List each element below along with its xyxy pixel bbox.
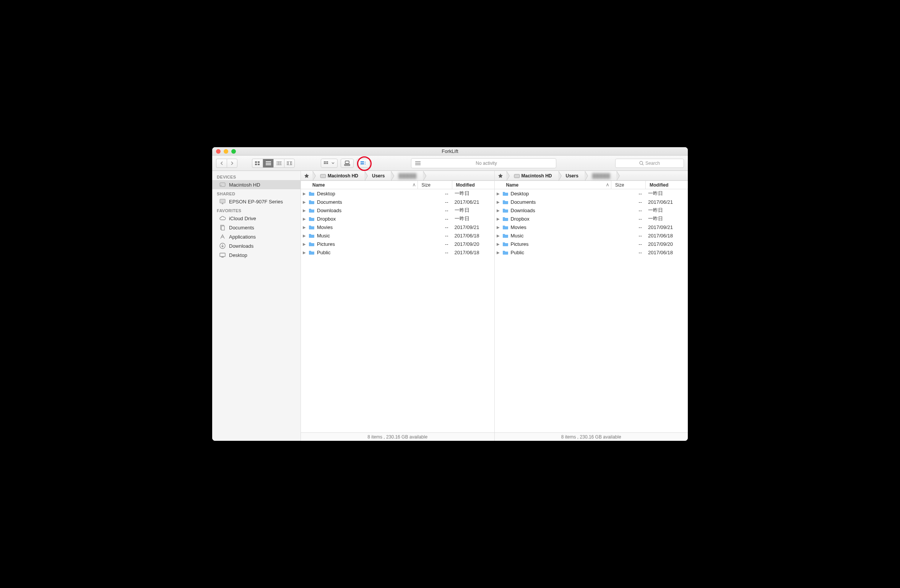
file-row[interactable]: ▶Desktop--一昨日	[301, 189, 494, 198]
disclosure-triangle-icon[interactable]: ▶	[301, 208, 308, 213]
disclosure-triangle-icon[interactable]: ▶	[495, 242, 502, 246]
svg-rect-14	[325, 161, 327, 162]
col-modified[interactable]: Modified	[646, 181, 688, 189]
file-row[interactable]: ▶Documents--2017/06/21	[301, 198, 494, 206]
file-pane: Macintosh HDUsers█████NameᐱSizeModified▶…	[495, 171, 688, 441]
col-size[interactable]: Size	[611, 181, 646, 189]
file-row[interactable]: ▶Movies--2017/09/21	[495, 223, 688, 231]
sidebar-item[interactable]: EPSON EP-907F Series	[212, 197, 301, 206]
forward-button[interactable]	[227, 159, 237, 168]
file-name: Pictures	[509, 241, 612, 247]
disclosure-triangle-icon[interactable]: ▶	[301, 250, 308, 255]
chevron-down-icon	[331, 162, 335, 165]
activity-text: No activity	[421, 161, 552, 166]
sidebar-item-label: iCloud Drive	[229, 216, 256, 221]
sidebar-item[interactable]: Applications	[212, 232, 301, 241]
file-modified: 2017/06/18	[452, 233, 494, 239]
disclosure-triangle-icon[interactable]: ▶	[495, 208, 502, 213]
status-bar: 8 items , 230.16 GB available	[495, 432, 688, 441]
file-row[interactable]: ▶Pictures--2017/09/20	[495, 240, 688, 248]
disclosure-triangle-icon[interactable]: ▶	[301, 234, 308, 238]
disclosure-triangle-icon[interactable]: ▶	[495, 192, 502, 196]
folder-icon	[502, 241, 509, 247]
file-size: --	[611, 241, 646, 247]
toolbar: No activity Search	[212, 156, 688, 171]
search-field[interactable]: Search	[615, 159, 684, 168]
sidebar-item[interactable]: Macintosh HD	[212, 180, 301, 189]
favorites-crumb[interactable]	[495, 171, 506, 180]
actions-dropdown[interactable]	[321, 159, 338, 168]
file-row[interactable]: ▶Music--2017/06/18	[301, 231, 494, 240]
path-crumb[interactable]: Macintosh HD	[506, 171, 558, 180]
column-headers: NameᐱSizeModified	[495, 181, 688, 189]
chevron-right-icon	[230, 161, 234, 165]
path-crumb[interactable]: Users	[558, 171, 585, 180]
svg-rect-9	[280, 161, 282, 165]
connect-button[interactable]	[341, 159, 354, 168]
sidebar-item[interactable]: iCloud Drive	[212, 214, 301, 223]
file-name: Desktop	[509, 191, 612, 197]
folder-icon	[502, 233, 509, 238]
path-crumb[interactable]: █████	[391, 171, 423, 180]
file-name: Dropbox	[509, 216, 612, 222]
svg-rect-3	[258, 164, 260, 165]
file-modified: 一昨日	[646, 190, 688, 197]
disclosure-triangle-icon[interactable]: ▶	[301, 217, 308, 221]
file-size: --	[418, 199, 452, 205]
col-modified[interactable]: Modified	[452, 181, 494, 189]
file-row[interactable]: ▶Music--2017/06/18	[495, 231, 688, 240]
file-row[interactable]: ▶Pictures--2017/09/20	[301, 240, 494, 248]
window-title: ForkLift	[212, 148, 688, 154]
disclosure-triangle-icon[interactable]: ▶	[495, 234, 502, 238]
file-row[interactable]: ▶Movies--2017/09/21	[301, 223, 494, 231]
file-size: --	[611, 216, 646, 222]
path-crumb[interactable]: Users	[364, 171, 391, 180]
icon-view-button[interactable]	[252, 159, 263, 168]
column-view-button[interactable]	[273, 159, 284, 168]
sidebar-item[interactable]: Documents	[212, 223, 301, 232]
disclosure-triangle-icon[interactable]: ▶	[495, 217, 502, 221]
sync-button[interactable]	[357, 159, 370, 168]
favorites-crumb[interactable]	[301, 171, 312, 180]
file-row[interactable]: ▶Dropbox--一昨日	[301, 214, 494, 223]
sort-asc-icon: ᐱ	[413, 183, 415, 187]
svg-rect-25	[415, 164, 421, 165]
file-row[interactable]: ▶Downloads--一昨日	[495, 206, 688, 214]
file-modified: 一昨日	[452, 190, 494, 197]
sidebar-item-label: Downloads	[229, 243, 253, 249]
svg-rect-0	[255, 161, 257, 163]
path-crumb[interactable]: █████	[585, 171, 617, 180]
activity-bar: No activity	[411, 158, 556, 168]
folder-icon	[502, 199, 509, 205]
disclosure-triangle-icon[interactable]: ▶	[301, 200, 308, 204]
sidebar-item[interactable]: Downloads	[212, 241, 301, 250]
col-name[interactable]: Nameᐱ	[301, 181, 418, 189]
file-list[interactable]: ▶Desktop--一昨日▶Documents--2017/06/21▶Down…	[495, 189, 688, 432]
column-view-icon	[276, 161, 282, 165]
file-list[interactable]: ▶Desktop--一昨日▶Documents--2017/06/21▶Down…	[301, 189, 494, 432]
folder-icon	[502, 191, 509, 196]
col-size[interactable]: Size	[418, 181, 452, 189]
disclosure-triangle-icon[interactable]: ▶	[495, 200, 502, 204]
sidebar: DEVICESMacintosh HDSHAREDEPSON EP-907F S…	[212, 171, 301, 441]
disclosure-triangle-icon[interactable]: ▶	[301, 225, 308, 229]
file-row[interactable]: ▶Desktop--一昨日	[495, 189, 688, 198]
file-row[interactable]: ▶Downloads--一昨日	[301, 206, 494, 214]
file-row[interactable]: ▶Public--2017/06/18	[495, 248, 688, 257]
sidebar-item[interactable]: Desktop	[212, 250, 301, 260]
file-row[interactable]: ▶Public--2017/06/18	[301, 248, 494, 257]
list-view-button[interactable]	[263, 159, 273, 168]
file-row[interactable]: ▶Documents--2017/06/21	[495, 198, 688, 206]
disclosure-triangle-icon[interactable]: ▶	[495, 225, 502, 229]
col-name[interactable]: Nameᐱ	[495, 181, 612, 189]
gallery-view-icon	[287, 161, 292, 165]
disclosure-triangle-icon[interactable]: ▶	[495, 250, 502, 255]
file-row[interactable]: ▶Dropbox--一昨日	[495, 214, 688, 223]
back-button[interactable]	[216, 159, 227, 168]
file-modified: 一昨日	[646, 207, 688, 214]
disclosure-triangle-icon[interactable]: ▶	[301, 192, 308, 196]
path-crumb[interactable]: Macintosh HD	[312, 171, 364, 180]
icon-view-icon	[255, 161, 260, 165]
gallery-view-button[interactable]	[284, 159, 295, 168]
disclosure-triangle-icon[interactable]: ▶	[301, 242, 308, 246]
